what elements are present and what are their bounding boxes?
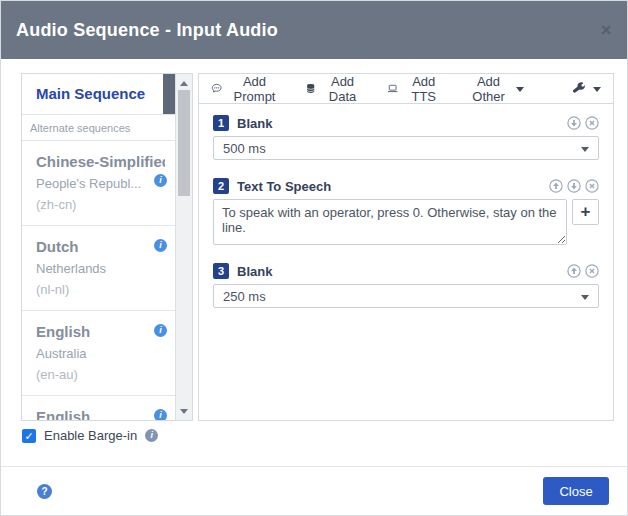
- language-code: (en-au): [36, 367, 165, 382]
- move-up-icon[interactable]: [567, 264, 581, 278]
- add-other-label: Add Other: [467, 74, 510, 104]
- language-region: Australia: [36, 346, 165, 361]
- sequence-item-header: 1 Blank: [213, 115, 599, 131]
- language-code: (zh-cn): [36, 197, 165, 212]
- enable-barge-in-checkbox[interactable]: ✓: [22, 429, 36, 443]
- step-type-label: Text To Speech: [237, 179, 331, 194]
- language-region: People's Republ...: [36, 176, 165, 191]
- sequence-list: Main Sequence Alternate sequences Chines…: [22, 74, 175, 420]
- language-item-english-2[interactable]: English i: [22, 396, 175, 420]
- blank-duration-select[interactable]: 250 ms: [213, 284, 599, 308]
- remove-step-icon[interactable]: [585, 179, 599, 193]
- sequence-item-1: 1 Blank 500 ms: [213, 115, 599, 160]
- info-icon[interactable]: i: [145, 429, 158, 442]
- language-name: Dutch: [36, 238, 165, 255]
- chevron-down-icon: [593, 87, 601, 92]
- sequence-item-header: 3 Blank: [213, 263, 599, 279]
- step-number-badge: 1: [213, 115, 229, 131]
- sequence-item-3: 3 Blank 250 ms: [213, 263, 599, 308]
- add-tts-segment-button[interactable]: +: [572, 199, 599, 225]
- move-up-icon[interactable]: [549, 179, 563, 193]
- add-data-button[interactable]: Add Data: [305, 74, 363, 104]
- language-code: (nl-nl): [36, 282, 165, 297]
- remove-step-icon[interactable]: [585, 264, 599, 278]
- add-prompt-label: Add Prompt: [228, 74, 280, 104]
- sequence-sidebar: Main Sequence Alternate sequences Chines…: [21, 73, 193, 421]
- step-number-badge: 2: [213, 178, 229, 194]
- scroll-up-arrow-icon[interactable]: [176, 76, 192, 90]
- dialog-footer: ? Close: [1, 466, 627, 515]
- close-icon[interactable]: ✕: [600, 22, 612, 38]
- settings-wrench-dropdown[interactable]: [572, 81, 601, 96]
- blank-duration-select[interactable]: 500 ms: [213, 136, 599, 160]
- audio-sequence-dialog: Audio Sequence - Input Audio ✕ Main Sequ…: [0, 0, 628, 516]
- language-name: Chinese-Simplified: [36, 153, 165, 170]
- info-icon[interactable]: i: [154, 239, 167, 252]
- close-button[interactable]: Close: [543, 477, 609, 505]
- tts-text-input[interactable]: To speak with an operator, press 0. Othe…: [213, 199, 567, 245]
- language-item-en-au[interactable]: English Australia (en-au) i: [22, 311, 175, 396]
- language-name: English: [36, 408, 165, 420]
- move-down-icon[interactable]: [567, 179, 581, 193]
- language-item-nl-nl[interactable]: Dutch Netherlands (nl-nl) i: [22, 226, 175, 311]
- scrollbar-thumb[interactable]: [178, 90, 190, 196]
- info-icon[interactable]: i: [154, 409, 167, 420]
- sequence-item-header: 2 Text To Speech: [213, 178, 599, 194]
- add-data-label: Add Data: [322, 74, 363, 104]
- chevron-down-icon: [581, 295, 589, 300]
- move-down-icon[interactable]: [567, 116, 581, 130]
- chevron-down-icon: [516, 87, 524, 92]
- sequence-editor-panel: Add Prompt Add Data Add TTS Add Other: [198, 73, 614, 421]
- step-type-label: Blank: [237, 264, 272, 279]
- selected-duration: 500 ms: [223, 141, 266, 156]
- tab-main-sequence[interactable]: Main Sequence: [22, 74, 175, 114]
- dialog-title: Audio Sequence - Input Audio: [16, 20, 278, 41]
- active-tab-indicator: [163, 74, 175, 114]
- add-prompt-button[interactable]: Add Prompt: [211, 74, 281, 104]
- tts-input-row: To speak with an operator, press 0. Othe…: [213, 199, 599, 245]
- remove-step-icon[interactable]: [585, 116, 599, 130]
- speech-bubble-icon: [211, 81, 222, 96]
- add-tts-button[interactable]: Add TTS: [387, 74, 443, 104]
- add-other-dropdown[interactable]: Add Other: [467, 74, 524, 104]
- info-icon[interactable]: i: [154, 174, 167, 187]
- editor-toolbar: Add Prompt Add Data Add TTS Add Other: [199, 74, 613, 104]
- step-number-badge: 3: [213, 263, 229, 279]
- sequence-item-2: 2 Text To Speech To speak with an operat…: [213, 178, 599, 245]
- add-tts-label: Add TTS: [404, 74, 443, 104]
- main-sequence-label: Main Sequence: [36, 85, 145, 102]
- laptop-icon: [387, 81, 398, 96]
- help-icon[interactable]: ?: [37, 484, 52, 499]
- language-name: English: [36, 323, 165, 340]
- language-region: Netherlands: [36, 261, 165, 276]
- step-controls: [567, 264, 599, 278]
- chevron-down-icon: [581, 147, 589, 152]
- enable-barge-in-label: Enable Barge-in: [44, 428, 137, 443]
- sequence-items: 1 Blank 500 ms 2 Text To Speech: [199, 104, 613, 337]
- scroll-down-arrow-icon[interactable]: [176, 404, 192, 418]
- language-item-zh-cn[interactable]: Chinese-Simplified People's Republ... (z…: [22, 141, 175, 226]
- info-icon[interactable]: i: [154, 324, 167, 337]
- step-controls: [549, 179, 599, 193]
- selected-duration: 250 ms: [223, 289, 266, 304]
- dialog-header: Audio Sequence - Input Audio ✕: [1, 1, 627, 59]
- alternate-sequences-label: Alternate sequences: [22, 114, 175, 141]
- barge-in-row: ✓ Enable Barge-in i: [22, 428, 158, 443]
- sidebar-scrollbar[interactable]: [175, 74, 192, 420]
- database-icon: [305, 81, 316, 96]
- wrench-icon: [572, 81, 587, 96]
- step-type-label: Blank: [237, 116, 272, 131]
- step-controls: [567, 116, 599, 130]
